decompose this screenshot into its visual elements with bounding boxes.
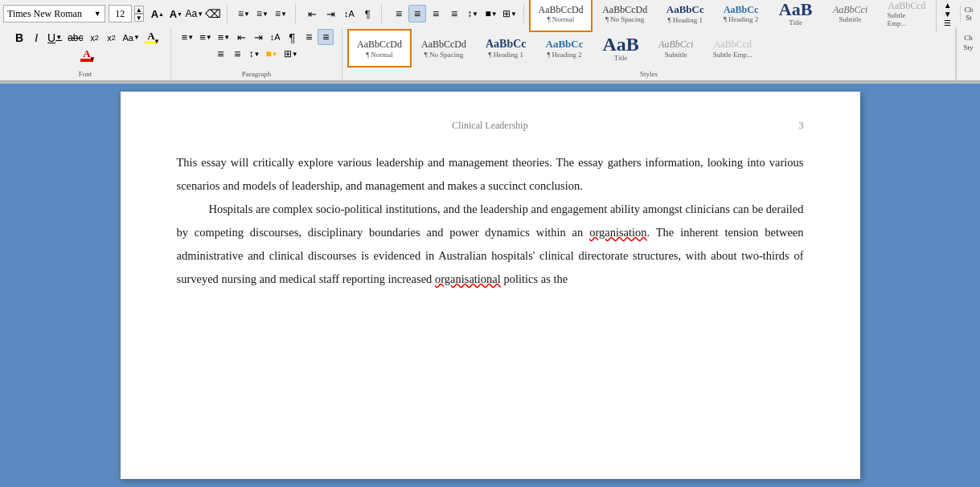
style-nospace-preview: AaBbCcDd xyxy=(602,4,647,15)
sort-button[interactable]: ↕A xyxy=(340,5,358,23)
increase-indent-button[interactable]: ⇥ xyxy=(322,5,339,23)
styles-row2-section: AaBbCcDd ¶Normal AaBbCcDd ¶No Spacing Aa… xyxy=(342,27,956,80)
shrink-font-button[interactable]: A▼ xyxy=(167,5,185,23)
font-name-box[interactable]: Times New Roman ▼ xyxy=(3,5,105,23)
indent-group: ⇤ ⇥ ↕A ¶ xyxy=(303,5,376,23)
underline-button[interactable]: U▼ xyxy=(45,30,64,46)
style-h2-row2[interactable]: AaBbCc ¶Heading 2 xyxy=(536,29,593,68)
style-nospace-label: ¶No Spacing xyxy=(605,15,644,23)
italic-button[interactable]: I xyxy=(28,30,44,46)
styles-section-label: Styles xyxy=(342,70,955,78)
font-buttons-group: B I U▼ abc x2 x2 Aa▼ A ▼ A ▼ xyxy=(5,29,166,63)
subscript-button[interactable]: x2 xyxy=(87,30,103,46)
para-line-spacing-button[interactable]: ↕▼ xyxy=(246,46,262,62)
divider2 xyxy=(295,4,296,23)
font-size-group: A▲ A▼ Aa▼ ⌫ xyxy=(149,5,222,23)
align-center-button[interactable]: ≡ xyxy=(408,5,426,23)
line-spacing-button[interactable]: ↕▼ xyxy=(464,5,482,23)
change-styles-label: ChSty xyxy=(963,34,973,52)
style-subtitle-preview: AaBbCci xyxy=(833,4,867,15)
para-show-button[interactable]: ¶ xyxy=(284,29,300,45)
styles-more-arrow[interactable]: ☰ xyxy=(937,18,958,27)
decrease-indent-button[interactable]: ⇤ xyxy=(303,5,321,23)
styles-down-arrow[interactable]: ▼ xyxy=(937,10,958,18)
style-title-label: Title xyxy=(789,18,802,27)
paragraph-2: Hospitals are complex socio-political in… xyxy=(177,198,804,291)
font-size-arrows[interactable]: ▲ ▼ xyxy=(134,6,144,22)
align-right-button[interactable]: ≡ xyxy=(427,5,445,23)
styles-up-arrow[interactable]: ▲ xyxy=(937,1,958,10)
font-name-label: Times New Roman xyxy=(7,8,82,20)
align-left-button[interactable]: ≡ xyxy=(390,5,408,23)
divider4 xyxy=(523,4,524,23)
para-increase-indent-button[interactable]: ⇥ xyxy=(250,29,266,45)
number-list-button[interactable]: ≡▼ xyxy=(254,5,272,23)
style-normal-preview: AaBbCcDd xyxy=(539,4,584,15)
strikethrough-button[interactable]: abc xyxy=(65,30,85,46)
highlight-button[interactable]: A ▼ xyxy=(143,29,159,46)
style-h1-preview-r2: AaBbCc xyxy=(486,38,527,51)
style-subtle-row2[interactable]: AaBbCcd Subtle Emp... xyxy=(703,29,762,68)
font-size-box[interactable]: 12 xyxy=(109,5,132,23)
style-title-row2[interactable]: AaB Title xyxy=(593,29,649,68)
para-borders-button[interactable]: ⊞▼ xyxy=(281,46,301,62)
list-group: ≡▼ ≡▼ ≡▼ xyxy=(236,5,290,23)
style-subtitle-row2[interactable]: AaBbCci Subtitle xyxy=(649,29,703,68)
para-bullet-button[interactable]: ≡▼ xyxy=(179,29,197,45)
para-shading-button[interactable]: ■▼ xyxy=(263,46,280,62)
style-h1-preview: AaBbCc xyxy=(666,3,704,16)
style-normal-preview-r2: AaBbCcDd xyxy=(357,39,402,51)
style-subtle-preview: AaBbCcd xyxy=(888,0,925,11)
change-styles-panel[interactable]: ChSty xyxy=(956,27,980,80)
clear-format-button[interactable]: ⌫ xyxy=(204,5,222,23)
para-align-justify-button[interactable]: ≡ xyxy=(229,46,245,62)
style-title-preview-r2: AaB xyxy=(603,35,639,54)
para-multilevel-button[interactable]: ≡▼ xyxy=(215,29,233,45)
change-case-button[interactable]: Aa▼ xyxy=(186,5,203,23)
change-styles-button[interactable]: ChSt xyxy=(960,6,977,22)
bold-button[interactable]: B xyxy=(11,30,27,46)
styles-items-row2: AaBbCcDd ¶Normal AaBbCcDd ¶No Spacing Aa… xyxy=(347,29,950,68)
show-para-button[interactable]: ¶ xyxy=(359,5,376,23)
page-body[interactable]: This essay will critically explore vario… xyxy=(177,151,804,291)
font-size-label: 12 xyxy=(115,8,125,20)
para-align-right-button[interactable]: ≡ xyxy=(212,46,228,62)
divider1 xyxy=(227,4,228,23)
font-section: B I U▼ abc x2 x2 Aa▼ A ▼ A ▼ xyxy=(0,27,171,80)
para-sort-button[interactable]: ↕A xyxy=(267,29,283,45)
para-align-left-button[interactable]: ≡ xyxy=(301,29,317,45)
bullet-list-button[interactable]: ≡▼ xyxy=(236,5,253,23)
superscript-button[interactable]: x2 xyxy=(104,30,120,46)
style-h2-preview: AaBbCc xyxy=(724,4,758,15)
style-subtitle-lbl-r2: Subtitle xyxy=(665,51,687,59)
style-subtle-label: Subtle Emp... xyxy=(888,11,927,27)
para-decrease-indent-button[interactable]: ⇤ xyxy=(233,29,249,45)
style-normal-lbl-r2: ¶Normal xyxy=(366,51,393,59)
document-area: Clinical Leadership 3 This essay will cr… xyxy=(0,84,980,487)
para-align-center-button[interactable]: ≡ xyxy=(318,29,334,45)
style-normal-row2[interactable]: AaBbCcDd ¶Normal xyxy=(347,29,412,68)
page-header-spacer xyxy=(177,116,334,135)
para-number-button[interactable]: ≡▼ xyxy=(197,29,215,45)
page-header: Clinical Leadership 3 xyxy=(177,116,804,135)
borders-button[interactable]: ⊞▼ xyxy=(501,5,519,23)
document-page[interactable]: Clinical Leadership 3 This essay will cr… xyxy=(121,92,860,479)
style-h1-row2[interactable]: AaBbCc ¶Heading 1 xyxy=(476,29,536,68)
change-case2-button[interactable]: Aa▼ xyxy=(121,30,142,46)
paragraph-1: This essay will critically explore vario… xyxy=(177,151,804,198)
shading-button[interactable]: ■▼ xyxy=(482,5,500,23)
font-size-down[interactable]: ▼ xyxy=(134,14,144,22)
grow-font-button[interactable]: A▲ xyxy=(149,5,166,23)
multilevel-list-button[interactable]: ≡▼ xyxy=(273,5,290,23)
font-size-up[interactable]: ▲ xyxy=(134,6,144,14)
align-group: ≡ ≡ ≡ ≡ ↕▼ ■▼ ⊞▼ xyxy=(390,5,519,23)
style-nospace-row2[interactable]: AaBbCcDd ¶No Spacing xyxy=(412,29,476,68)
divider3 xyxy=(381,4,382,23)
font-color-button[interactable]: A ▼ xyxy=(79,47,95,63)
font-name-dropdown-icon[interactable]: ▼ xyxy=(94,10,101,18)
style-subtitle-preview-r2: AaBbCci xyxy=(658,39,693,51)
font-section-label: Font xyxy=(0,70,170,78)
style-nospace-preview-r2: AaBbCcDd xyxy=(421,39,466,51)
align-justify-button[interactable]: ≡ xyxy=(445,5,463,23)
word-organisation: organisation xyxy=(589,226,646,239)
